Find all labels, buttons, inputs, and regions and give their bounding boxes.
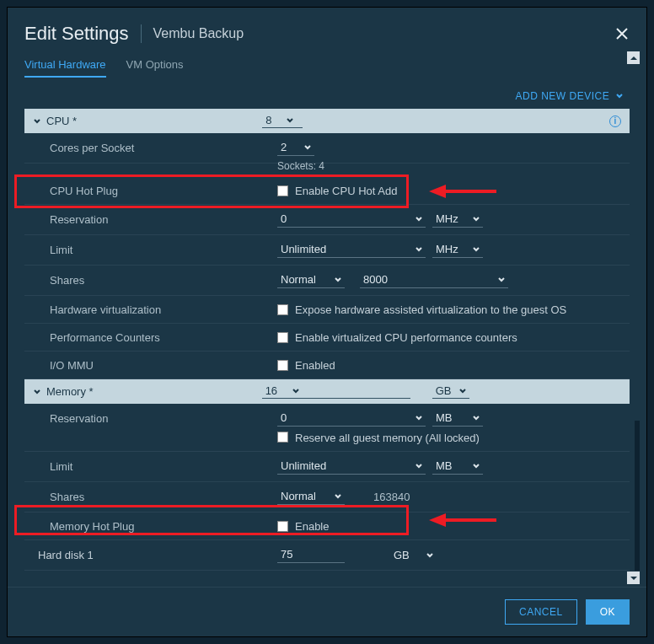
cpu-reservation-value: 0: [281, 212, 287, 225]
chevron-down-icon: [473, 415, 480, 421]
cpu-count-select[interactable]: 8: [262, 114, 303, 128]
hard-disk-unit-select[interactable]: GB: [394, 549, 433, 561]
cpu-shares-label: Shares: [50, 274, 277, 287]
memory-hot-plug-label: Memory Hot Plug: [50, 520, 277, 533]
memory-unit-select[interactable]: GB: [432, 384, 470, 399]
cpu-count-value: 8: [265, 114, 271, 126]
cpu-limit-label: Limit: [50, 244, 277, 256]
scroll-up-button[interactable]: [627, 51, 640, 64]
cpu-hot-add-checkbox-label[interactable]: Enable CPU Hot Add: [295, 185, 397, 197]
add-new-device-button[interactable]: ADD NEW DEVICE: [8, 78, 646, 109]
chevron-down-icon: [292, 388, 299, 394]
edit-settings-dialog: Edit Settings Vembu Backup Virtual Hardw…: [7, 7, 647, 637]
memory-size-value: 16: [265, 384, 277, 397]
chevron-down-icon: [473, 216, 480, 223]
memory-reservation-select[interactable]: 0: [277, 411, 426, 427]
cancel-button[interactable]: CANCEL: [505, 599, 577, 625]
cpu-reservation-select[interactable]: 0: [277, 212, 426, 228]
hard-disk-label: Hard disk 1: [38, 549, 94, 561]
scrollbar[interactable]: [635, 421, 640, 571]
cpu-reservation-unit: MHz: [436, 212, 458, 225]
hw-virt-checkbox-label[interactable]: Expose hardware assisted virtualization …: [295, 303, 566, 316]
scroll-down-button[interactable]: [627, 572, 640, 584]
memory-limit-row: Limit Unlimited MB: [24, 452, 630, 482]
chevron-down-icon: [415, 246, 422, 253]
cpu-shares-select[interactable]: Normal: [277, 272, 345, 288]
cpu-reservation-row: Reservation 0 MHz: [24, 205, 630, 235]
cores-per-socket-select[interactable]: 2: [277, 140, 314, 156]
memory-header-label: Memory *: [46, 385, 94, 398]
info-icon[interactable]: i: [609, 115, 621, 127]
ok-button[interactable]: OK: [586, 599, 630, 625]
cpu-hot-plug-label: CPU Hot Plug: [50, 185, 277, 197]
chevron-down-icon: [415, 216, 422, 223]
memory-shares-row: Shares Normal 163840: [24, 482, 630, 513]
dialog-subtitle: Vembu Backup: [153, 26, 244, 41]
tab-virtual-hardware[interactable]: Virtual Hardware: [24, 53, 106, 78]
add-device-label: ADD NEW DEVICE: [515, 90, 609, 102]
memory-size-select[interactable]: 16: [262, 384, 410, 399]
memory-hot-plug-checkbox[interactable]: [277, 521, 288, 532]
chevron-down-icon: [304, 144, 311, 151]
tab-bar: Virtual Hardware VM Options: [8, 53, 646, 78]
cpu-limit-unit-select[interactable]: MHz: [432, 242, 483, 258]
memory-shares-num: 163840: [368, 491, 410, 503]
title-divider: [141, 24, 142, 43]
chevron-down-icon: [459, 388, 466, 394]
cpu-limit-select[interactable]: Unlimited: [277, 242, 426, 258]
performance-counters-row: Performance Counters Enable virtualized …: [24, 324, 630, 352]
cores-per-socket-row: Cores per Socket 2: [24, 133, 630, 164]
memory-shares-value: Normal: [281, 490, 316, 502]
sockets-text: Sockets: 4: [24, 160, 630, 172]
chevron-down-icon: [426, 552, 433, 559]
cpu-shares-num-select[interactable]: 8000: [360, 272, 508, 288]
cpu-section-header[interactable]: CPU * 8 i: [24, 109, 630, 133]
dialog-header: Edit Settings Vembu Backup: [8, 8, 646, 53]
memory-unit: GB: [436, 384, 452, 397]
cpu-limit-unit: MHz: [436, 243, 458, 255]
chevron-down-icon: [498, 276, 505, 283]
iommu-checkbox[interactable]: [277, 360, 288, 371]
memory-hot-plug-row: Memory Hot Plug Enable: [24, 513, 630, 540]
performance-counters-label: Performance Counters: [50, 331, 277, 344]
memory-shares-select[interactable]: Normal: [277, 489, 345, 505]
cores-per-socket-value: 2: [281, 141, 287, 153]
memory-hot-plug-checkbox-label[interactable]: Enable: [295, 520, 329, 533]
memory-section-header[interactable]: Memory * 16 GB: [24, 379, 630, 404]
perf-counters-checkbox[interactable]: [277, 332, 288, 343]
cpu-hot-plug-row: CPU Hot Plug Enable CPU Hot Add: [24, 177, 630, 205]
cpu-hot-add-checkbox[interactable]: [277, 185, 288, 196]
close-icon[interactable]: [614, 26, 630, 41]
reserve-all-memory-label[interactable]: Reserve all guest memory (All locked): [295, 432, 480, 444]
perf-counters-checkbox-label[interactable]: Enable virtualized CPU performance count…: [295, 331, 517, 344]
hard-disk-unit: GB: [394, 549, 410, 561]
memory-reservation-unit-select[interactable]: MB: [432, 411, 483, 427]
cpu-limit-row: Limit Unlimited MHz: [24, 235, 630, 266]
chevron-down-icon: [415, 415, 422, 421]
cpu-shares-num: 8000: [363, 273, 388, 286]
memory-reservation-value: 0: [281, 411, 287, 424]
iommu-row: I/O MMU Enabled: [24, 352, 630, 379]
hw-virt-checkbox[interactable]: [277, 304, 288, 315]
memory-limit-unit-select[interactable]: MB: [432, 459, 483, 475]
hardware-virtualization-row: Hardware virtualization Expose hardware …: [24, 296, 630, 324]
hard-disk-size-value: 75: [281, 548, 292, 561]
chevron-down-icon: [335, 276, 341, 283]
hard-disk-row[interactable]: Hard disk 1 75 GB: [24, 540, 630, 571]
cpu-shares-value: Normal: [281, 273, 316, 286]
memory-limit-select[interactable]: Unlimited: [277, 459, 426, 475]
cpu-reservation-unit-select[interactable]: MHz: [432, 212, 483, 228]
reserve-all-memory-checkbox[interactable]: [277, 432, 288, 443]
tab-vm-options[interactable]: VM Options: [126, 53, 184, 78]
memory-limit-value: Unlimited: [281, 459, 326, 472]
chevron-down-icon: [415, 463, 422, 470]
memory-reservation-unit: MB: [436, 411, 453, 424]
memory-shares-label: Shares: [50, 491, 277, 503]
cpu-reservation-label: Reservation: [50, 213, 277, 226]
memory-limit-label: Limit: [50, 460, 277, 473]
chevron-down-icon: [616, 93, 623, 99]
hard-disk-size-input[interactable]: 75: [277, 547, 345, 563]
iommu-label: I/O MMU: [50, 359, 277, 372]
iommu-checkbox-label[interactable]: Enabled: [295, 359, 335, 372]
chevron-down-icon: [287, 117, 293, 124]
